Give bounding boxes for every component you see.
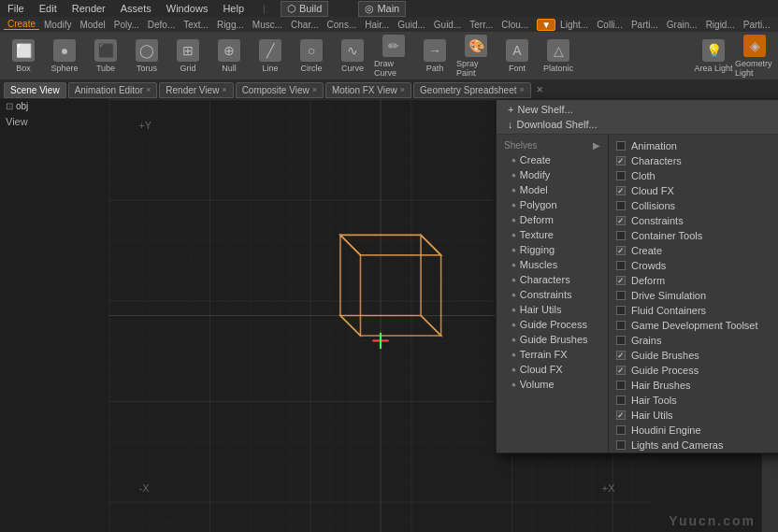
check-item[interactable]: Cloth: [609, 168, 778, 183]
shelf-item[interactable]: ●Guide Process: [497, 317, 608, 332]
check-item[interactable]: Hair Brushes: [609, 378, 778, 393]
check-item[interactable]: Drive Simulation: [609, 288, 778, 303]
shelf-item[interactable]: ●Rigging: [497, 242, 608, 257]
tab-scene-view[interactable]: Scene View: [4, 82, 66, 98]
toolbar-label-parti1[interactable]: Parti...: [627, 20, 662, 30]
tool-null[interactable]: ⊕ Null: [209, 35, 249, 78]
close-all-button[interactable]: ×: [537, 83, 543, 96]
menu-help[interactable]: Help: [219, 3, 248, 14]
toolbar-label-clou[interactable]: Clou...: [497, 20, 532, 30]
toolbar-label-terr[interactable]: Terr...: [466, 20, 497, 30]
shelf-item[interactable]: ●Volume: [497, 377, 608, 392]
tool-tube[interactable]: ⬛ Tube: [86, 35, 125, 78]
check-item[interactable]: ✓Guide Process: [609, 363, 778, 378]
build-button[interactable]: ⬡ Build: [281, 1, 328, 17]
toolbar-label-model[interactable]: Model: [76, 20, 108, 30]
shelf-item[interactable]: ●Texture: [497, 227, 608, 242]
check-item[interactable]: Animation: [609, 138, 778, 153]
toolbar-label-modify[interactable]: Modify: [40, 20, 75, 30]
toolbar-label-rigid[interactable]: Rigid...: [702, 20, 739, 30]
toolbar-label-cons[interactable]: Cons...: [324, 20, 361, 30]
shelf-item[interactable]: ●Characters: [497, 272, 608, 287]
tool-circle[interactable]: ○ Circle: [292, 35, 331, 78]
tool-geometry-light[interactable]: ◈ Geometry Light: [735, 35, 774, 78]
tool-grid[interactable]: ⊞ Grid: [168, 35, 208, 78]
toolbar-label-parti2[interactable]: Parti...: [740, 20, 774, 30]
check-item[interactable]: Container Tools: [609, 228, 778, 243]
shelf-item[interactable]: ●Terrain FX: [497, 347, 608, 362]
svg-text:-X: -X: [139, 482, 150, 494]
toolbar-label-char[interactable]: Char...: [287, 20, 322, 30]
download-shelf-item[interactable]: ↓ Download Shelf...: [504, 117, 777, 132]
check-item[interactable]: ✓Cloud FX: [609, 183, 778, 198]
tool-area-light[interactable]: 💡 Area Light: [694, 35, 733, 78]
new-shelf-item[interactable]: + New Shelf...: [504, 102, 777, 117]
tool-font[interactable]: A Font: [497, 35, 537, 78]
shelf-item[interactable]: ●Create: [497, 152, 608, 167]
tool-spray-paint[interactable]: 🎨 Spray Paint: [456, 35, 496, 78]
shelf-item[interactable]: ●Modify: [497, 167, 608, 182]
toolbar-label-colli[interactable]: Colli...: [593, 20, 627, 30]
close-motion-fx-view[interactable]: ×: [400, 85, 405, 94]
toolbar-label-musc[interactable]: Musc...: [249, 20, 286, 30]
toolbar-label-grain[interactable]: Grain...: [663, 20, 701, 30]
toolbar-label-light[interactable]: Light...: [556, 20, 592, 30]
close-geometry-spreadsheet[interactable]: ×: [519, 85, 524, 94]
check-item[interactable]: Grains: [609, 333, 778, 348]
check-item[interactable]: Fluid Containers: [609, 303, 778, 318]
toolbar-label-text[interactable]: Text...: [180, 20, 212, 30]
line-icon: ╱: [259, 39, 281, 62]
tool-curve[interactable]: ∿ Curve: [333, 35, 372, 78]
shelf-item[interactable]: ●Guide Brushes: [497, 332, 608, 347]
toolbar-label-create[interactable]: Create: [4, 19, 39, 30]
toolbar-label-guid2[interactable]: Guid...: [430, 20, 465, 30]
toolbar-label-defo[interactable]: Defo...: [144, 20, 179, 30]
shelf-item[interactable]: ●Hair Utils: [497, 302, 608, 317]
tool-draw-curve[interactable]: ✏ Draw Curve: [374, 35, 413, 78]
tool-platonic[interactable]: △ Platonic: [539, 35, 578, 78]
menu-edit[interactable]: Edit: [36, 3, 61, 14]
menu-render[interactable]: Render: [68, 3, 109, 14]
tool-box[interactable]: ⬜ Box: [4, 35, 43, 78]
check-item[interactable]: ✓Characters: [609, 153, 778, 168]
toolbar-label-rigg[interactable]: Rigg...: [213, 20, 248, 30]
check-item[interactable]: Game Development Toolset: [609, 318, 778, 333]
tab-render-view[interactable]: Render View ×: [159, 82, 233, 98]
check-item[interactable]: ✓Guide Brushes: [609, 348, 778, 363]
shelf-item[interactable]: ●Muscles: [497, 257, 608, 272]
check-item[interactable]: ✓Hair Utils: [609, 408, 778, 423]
shelf-item[interactable]: ●Polygon: [497, 197, 608, 212]
tool-path[interactable]: → Path: [415, 35, 454, 78]
tool-torus[interactable]: ◯ Torus: [127, 35, 166, 78]
close-animation-editor[interactable]: ×: [146, 85, 151, 94]
tool-line[interactable]: ╱ Line: [251, 35, 290, 78]
check-item[interactable]: Collisions: [609, 198, 778, 213]
toolbar-label-guid1[interactable]: Guid...: [394, 20, 428, 30]
shelf-item[interactable]: ●Deform: [497, 212, 608, 227]
check-item[interactable]: Lights and Cameras: [609, 438, 778, 453]
tab-composite-view[interactable]: Composite View ×: [236, 82, 324, 98]
shelf-active-button[interactable]: ▼: [537, 19, 555, 31]
check-item[interactable]: Crowds: [609, 258, 778, 273]
checkbox-icon: ✓: [616, 216, 626, 225]
check-item[interactable]: ✓Create: [609, 243, 778, 258]
toolbar-label-poly[interactable]: Poly...: [110, 20, 143, 30]
menu-windows[interactable]: Windows: [163, 3, 212, 14]
check-item[interactable]: ✓Constraints: [609, 213, 778, 228]
menu-assets[interactable]: Assets: [117, 3, 155, 14]
tool-sphere[interactable]: ● Sphere: [45, 35, 84, 78]
menu-file[interactable]: File: [4, 3, 28, 14]
shelf-item[interactable]: ●Cloud FX: [497, 362, 608, 377]
main-button[interactable]: ◎ Main: [358, 1, 406, 17]
tab-motion-fx-view[interactable]: Motion FX View ×: [325, 82, 411, 98]
toolbar-label-hair[interactable]: Hair...: [361, 20, 393, 30]
close-render-view[interactable]: ×: [222, 85, 226, 94]
shelf-item[interactable]: ●Constraints: [497, 287, 608, 302]
check-item[interactable]: ✓Deform: [609, 273, 778, 288]
check-item[interactable]: Hair Tools: [609, 393, 778, 408]
close-composite-view[interactable]: ×: [312, 85, 317, 94]
tab-animation-editor[interactable]: Animation Editor ×: [68, 82, 158, 98]
tab-geometry-spreadsheet[interactable]: Geometry Spreadsheet ×: [413, 82, 531, 98]
shelf-item[interactable]: ●Model: [497, 182, 608, 197]
check-item[interactable]: Houdini Engine: [609, 423, 778, 438]
